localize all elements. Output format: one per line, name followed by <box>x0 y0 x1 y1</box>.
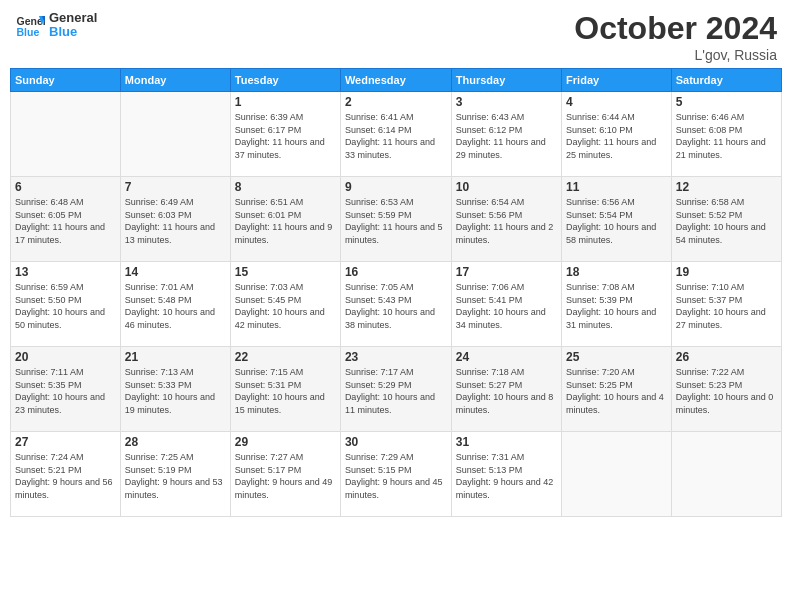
day-number: 5 <box>676 95 777 109</box>
calendar-header-saturday: Saturday <box>671 69 781 92</box>
calendar-cell: 17Sunrise: 7:06 AM Sunset: 5:41 PM Dayli… <box>451 262 561 347</box>
calendar-cell <box>11 92 121 177</box>
title-area: October 2024 L'gov, Russia <box>574 10 777 63</box>
calendar-cell: 11Sunrise: 6:56 AM Sunset: 5:54 PM Dayli… <box>562 177 672 262</box>
day-number: 2 <box>345 95 447 109</box>
day-number: 7 <box>125 180 226 194</box>
calendar-week-row: 6Sunrise: 6:48 AM Sunset: 6:05 PM Daylig… <box>11 177 782 262</box>
calendar-cell: 30Sunrise: 7:29 AM Sunset: 5:15 PM Dayli… <box>340 432 451 517</box>
day-number: 15 <box>235 265 336 279</box>
calendar-cell: 15Sunrise: 7:03 AM Sunset: 5:45 PM Dayli… <box>230 262 340 347</box>
calendar-cell: 25Sunrise: 7:20 AM Sunset: 5:25 PM Dayli… <box>562 347 672 432</box>
day-number: 9 <box>345 180 447 194</box>
day-info: Sunrise: 6:43 AM Sunset: 6:12 PM Dayligh… <box>456 111 557 161</box>
logo-text-blue: Blue <box>49 25 97 39</box>
day-info: Sunrise: 7:29 AM Sunset: 5:15 PM Dayligh… <box>345 451 447 501</box>
calendar-cell: 23Sunrise: 7:17 AM Sunset: 5:29 PM Dayli… <box>340 347 451 432</box>
day-info: Sunrise: 7:20 AM Sunset: 5:25 PM Dayligh… <box>566 366 667 416</box>
day-number: 30 <box>345 435 447 449</box>
day-info: Sunrise: 7:24 AM Sunset: 5:21 PM Dayligh… <box>15 451 116 501</box>
day-number: 27 <box>15 435 116 449</box>
calendar-header-sunday: Sunday <box>11 69 121 92</box>
calendar-header-friday: Friday <box>562 69 672 92</box>
day-info: Sunrise: 6:51 AM Sunset: 6:01 PM Dayligh… <box>235 196 336 246</box>
day-number: 14 <box>125 265 226 279</box>
day-number: 28 <box>125 435 226 449</box>
calendar-cell <box>562 432 672 517</box>
calendar-cell: 7Sunrise: 6:49 AM Sunset: 6:03 PM Daylig… <box>120 177 230 262</box>
day-info: Sunrise: 7:31 AM Sunset: 5:13 PM Dayligh… <box>456 451 557 501</box>
calendar-cell: 29Sunrise: 7:27 AM Sunset: 5:17 PM Dayli… <box>230 432 340 517</box>
day-info: Sunrise: 7:08 AM Sunset: 5:39 PM Dayligh… <box>566 281 667 331</box>
calendar-week-row: 27Sunrise: 7:24 AM Sunset: 5:21 PM Dayli… <box>11 432 782 517</box>
day-info: Sunrise: 6:49 AM Sunset: 6:03 PM Dayligh… <box>125 196 226 246</box>
day-number: 26 <box>676 350 777 364</box>
day-number: 1 <box>235 95 336 109</box>
day-info: Sunrise: 7:13 AM Sunset: 5:33 PM Dayligh… <box>125 366 226 416</box>
day-number: 21 <box>125 350 226 364</box>
calendar-cell: 2Sunrise: 6:41 AM Sunset: 6:14 PM Daylig… <box>340 92 451 177</box>
day-info: Sunrise: 6:48 AM Sunset: 6:05 PM Dayligh… <box>15 196 116 246</box>
day-number: 23 <box>345 350 447 364</box>
day-number: 25 <box>566 350 667 364</box>
calendar-cell <box>120 92 230 177</box>
day-number: 6 <box>15 180 116 194</box>
calendar-cell: 27Sunrise: 7:24 AM Sunset: 5:21 PM Dayli… <box>11 432 121 517</box>
calendar-table: SundayMondayTuesdayWednesdayThursdayFrid… <box>10 68 782 517</box>
day-number: 11 <box>566 180 667 194</box>
calendar-cell: 26Sunrise: 7:22 AM Sunset: 5:23 PM Dayli… <box>671 347 781 432</box>
svg-text:Blue: Blue <box>17 26 40 38</box>
calendar-cell: 4Sunrise: 6:44 AM Sunset: 6:10 PM Daylig… <box>562 92 672 177</box>
calendar-cell: 14Sunrise: 7:01 AM Sunset: 5:48 PM Dayli… <box>120 262 230 347</box>
day-info: Sunrise: 7:15 AM Sunset: 5:31 PM Dayligh… <box>235 366 336 416</box>
calendar-cell: 18Sunrise: 7:08 AM Sunset: 5:39 PM Dayli… <box>562 262 672 347</box>
day-number: 12 <box>676 180 777 194</box>
calendar-header-thursday: Thursday <box>451 69 561 92</box>
calendar-cell: 12Sunrise: 6:58 AM Sunset: 5:52 PM Dayli… <box>671 177 781 262</box>
day-info: Sunrise: 7:06 AM Sunset: 5:41 PM Dayligh… <box>456 281 557 331</box>
calendar-cell: 6Sunrise: 6:48 AM Sunset: 6:05 PM Daylig… <box>11 177 121 262</box>
day-number: 3 <box>456 95 557 109</box>
day-info: Sunrise: 6:59 AM Sunset: 5:50 PM Dayligh… <box>15 281 116 331</box>
day-number: 4 <box>566 95 667 109</box>
month-title: October 2024 <box>574 10 777 47</box>
calendar-cell: 28Sunrise: 7:25 AM Sunset: 5:19 PM Dayli… <box>120 432 230 517</box>
day-number: 22 <box>235 350 336 364</box>
day-number: 13 <box>15 265 116 279</box>
calendar-cell: 13Sunrise: 6:59 AM Sunset: 5:50 PM Dayli… <box>11 262 121 347</box>
day-info: Sunrise: 6:46 AM Sunset: 6:08 PM Dayligh… <box>676 111 777 161</box>
day-info: Sunrise: 7:11 AM Sunset: 5:35 PM Dayligh… <box>15 366 116 416</box>
day-info: Sunrise: 6:53 AM Sunset: 5:59 PM Dayligh… <box>345 196 447 246</box>
day-info: Sunrise: 7:25 AM Sunset: 5:19 PM Dayligh… <box>125 451 226 501</box>
calendar-header-row: SundayMondayTuesdayWednesdayThursdayFrid… <box>11 69 782 92</box>
day-info: Sunrise: 6:54 AM Sunset: 5:56 PM Dayligh… <box>456 196 557 246</box>
calendar-cell: 16Sunrise: 7:05 AM Sunset: 5:43 PM Dayli… <box>340 262 451 347</box>
day-info: Sunrise: 7:10 AM Sunset: 5:37 PM Dayligh… <box>676 281 777 331</box>
day-number: 10 <box>456 180 557 194</box>
day-info: Sunrise: 7:27 AM Sunset: 5:17 PM Dayligh… <box>235 451 336 501</box>
day-number: 8 <box>235 180 336 194</box>
calendar-cell: 8Sunrise: 6:51 AM Sunset: 6:01 PM Daylig… <box>230 177 340 262</box>
day-number: 29 <box>235 435 336 449</box>
day-info: Sunrise: 7:01 AM Sunset: 5:48 PM Dayligh… <box>125 281 226 331</box>
day-info: Sunrise: 6:58 AM Sunset: 5:52 PM Dayligh… <box>676 196 777 246</box>
calendar-cell: 1Sunrise: 6:39 AM Sunset: 6:17 PM Daylig… <box>230 92 340 177</box>
calendar-cell: 21Sunrise: 7:13 AM Sunset: 5:33 PM Dayli… <box>120 347 230 432</box>
day-info: Sunrise: 7:05 AM Sunset: 5:43 PM Dayligh… <box>345 281 447 331</box>
calendar-cell: 9Sunrise: 6:53 AM Sunset: 5:59 PM Daylig… <box>340 177 451 262</box>
day-info: Sunrise: 6:41 AM Sunset: 6:14 PM Dayligh… <box>345 111 447 161</box>
day-info: Sunrise: 6:44 AM Sunset: 6:10 PM Dayligh… <box>566 111 667 161</box>
day-number: 16 <box>345 265 447 279</box>
calendar-header-tuesday: Tuesday <box>230 69 340 92</box>
calendar-header-monday: Monday <box>120 69 230 92</box>
day-number: 31 <box>456 435 557 449</box>
calendar-cell: 22Sunrise: 7:15 AM Sunset: 5:31 PM Dayli… <box>230 347 340 432</box>
calendar-cell <box>671 432 781 517</box>
day-info: Sunrise: 6:39 AM Sunset: 6:17 PM Dayligh… <box>235 111 336 161</box>
day-info: Sunrise: 7:18 AM Sunset: 5:27 PM Dayligh… <box>456 366 557 416</box>
logo-icon: General Blue <box>15 10 45 40</box>
logo: General Blue General Blue <box>15 10 97 40</box>
calendar-cell: 19Sunrise: 7:10 AM Sunset: 5:37 PM Dayli… <box>671 262 781 347</box>
calendar-week-row: 13Sunrise: 6:59 AM Sunset: 5:50 PM Dayli… <box>11 262 782 347</box>
day-number: 24 <box>456 350 557 364</box>
